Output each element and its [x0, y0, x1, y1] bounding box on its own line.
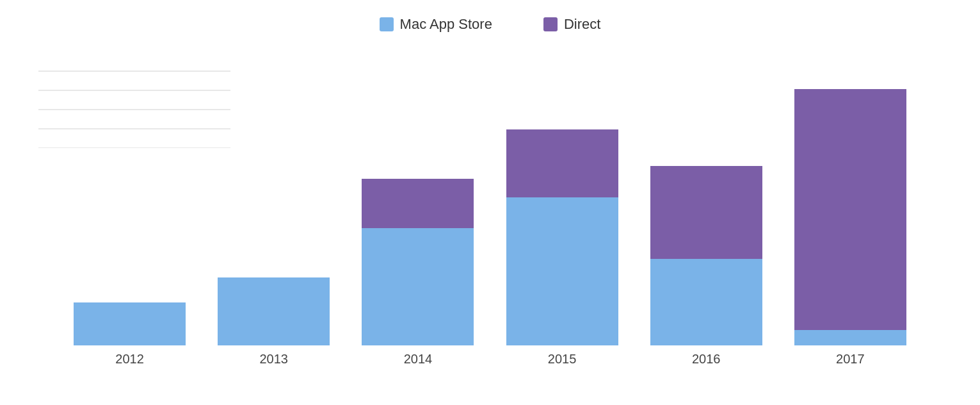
bar-direct-2014 — [362, 179, 474, 228]
chart-container: Mac App Store Direct — [0, 0, 980, 405]
bar-stack-2016 — [650, 166, 762, 345]
bar-mas-2014 — [362, 228, 474, 345]
direct-label: Direct — [564, 16, 600, 33]
x-labels: 2012 2013 2014 2015 2016 2017 — [38, 345, 942, 367]
x-label-2017: 2017 — [792, 352, 908, 367]
chart-area — [38, 52, 942, 345]
x-label-2014: 2014 — [360, 352, 476, 367]
bar-group-2014 — [360, 179, 476, 345]
bar-mas-2015 — [506, 197, 618, 345]
x-label-2016: 2016 — [648, 352, 764, 367]
bar-stack-2017 — [794, 89, 906, 345]
bar-group-2013 — [216, 277, 332, 345]
legend-item-direct: Direct — [543, 16, 600, 33]
bars-area — [38, 52, 942, 345]
mas-swatch — [380, 17, 394, 31]
bar-direct-2017 — [794, 89, 906, 330]
bar-group-2016 — [648, 166, 764, 345]
x-label-2012: 2012 — [72, 352, 188, 367]
bar-group-2017 — [792, 89, 908, 345]
x-label-2015: 2015 — [504, 352, 620, 367]
bar-stack-2015 — [506, 129, 618, 345]
bar-stack-2013 — [218, 277, 330, 345]
bar-mas-2012 — [74, 302, 186, 345]
mas-label: Mac App Store — [400, 16, 492, 33]
bar-mas-2016 — [650, 259, 762, 345]
legend-item-mas: Mac App Store — [380, 16, 492, 33]
direct-swatch — [543, 17, 558, 31]
bar-direct-2016 — [650, 166, 762, 259]
x-label-2013: 2013 — [216, 352, 332, 367]
chart-legend: Mac App Store Direct — [38, 16, 942, 33]
bar-direct-2015 — [506, 129, 618, 197]
bar-mas-2017 — [794, 330, 906, 345]
bar-group-2012 — [72, 302, 188, 345]
bar-stack-2012 — [74, 302, 186, 345]
bar-mas-2013 — [218, 277, 330, 345]
bar-stack-2014 — [362, 179, 474, 345]
bar-group-2015 — [504, 129, 620, 345]
